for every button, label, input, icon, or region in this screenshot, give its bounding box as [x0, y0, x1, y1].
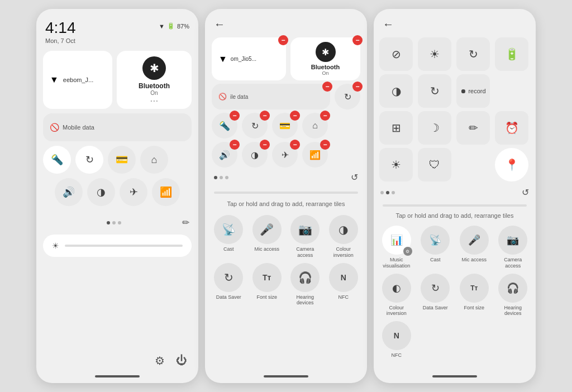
- remove-payment[interactable]: −: [290, 111, 300, 121]
- s3-clock[interactable]: ⏰: [495, 111, 528, 145]
- brightness-track[interactable]: [65, 245, 183, 247]
- screen3-history-icon[interactable]: ↺: [522, 187, 529, 198]
- edit-rotate-tile[interactable]: − ↻: [335, 84, 360, 109]
- avail-datasaver[interactable]: ↻ Data Saver: [212, 263, 246, 307]
- brightness-slider[interactable]: ☀: [43, 235, 192, 257]
- s3-do-not-disturb[interactable]: ⊘: [379, 37, 413, 71]
- s3-fontsize-icon: Tт: [470, 284, 478, 292]
- s3-avail-colour-inv[interactable]: ◐ Colour inversion: [379, 274, 414, 317]
- edit-wifi-tile[interactable]: − ▼ om_Jio5...: [212, 37, 286, 80]
- fontsize-label: Font size: [256, 294, 277, 300]
- s3-shield[interactable]: 🛡: [418, 148, 451, 181]
- edit-button[interactable]: ✏: [182, 217, 189, 228]
- s3-qr[interactable]: ⊞: [379, 111, 413, 145]
- s3-pencil2[interactable]: ✏: [456, 111, 490, 145]
- s3-sync[interactable]: ↻: [418, 74, 451, 108]
- s3-nfc-label: NFC: [392, 352, 402, 358]
- edit-bluetooth-tile[interactable]: − ✱ Bluetooth On: [290, 37, 360, 80]
- icon-row-1: 🔦 ↻ 💳 ⌂: [43, 146, 192, 174]
- edit-auto-c[interactable]: − ↻: [242, 113, 268, 138]
- s3-mic-circle: 🎤: [460, 226, 489, 255]
- wifi-tile[interactable]: ▼ eebom_J...: [43, 51, 112, 109]
- s3-colour-inv-icon: ◐: [392, 282, 401, 294]
- payment-tile[interactable]: 💳: [108, 146, 136, 174]
- edit-flashlight[interactable]: − 🔦: [212, 113, 237, 138]
- remove-home[interactable]: −: [320, 111, 330, 121]
- s3-avail-hearing[interactable]: 🎧 Hearing devices: [496, 274, 531, 317]
- airplane-tile[interactable]: ✈: [120, 178, 147, 206]
- remove-hotspot[interactable]: −: [320, 140, 330, 150]
- mic-icon: 🎤: [260, 223, 274, 236]
- s3-battery-saver[interactable]: 🔋: [495, 37, 528, 71]
- music-viz-circle: 📊 ⚙: [382, 226, 411, 255]
- screen3-back[interactable]: ←: [383, 18, 394, 31]
- avail-cast[interactable]: 📡 Cast: [212, 215, 246, 259]
- auto-rotate-tile[interactable]: ↻: [75, 146, 103, 174]
- s2-dot-3: [225, 176, 228, 179]
- screen3-dots: [380, 191, 395, 194]
- settings-icon[interactable]: ⚙: [155, 354, 165, 367]
- power-icon[interactable]: ⏻: [176, 354, 187, 367]
- remove-volume[interactable]: −: [230, 140, 240, 150]
- remove-airplane[interactable]: −: [290, 140, 300, 150]
- edit-data-tile[interactable]: − 🚫 ile data: [212, 84, 330, 109]
- datasaver-icon: ↻: [224, 271, 233, 284]
- avail-fontsize[interactable]: Tт Font size: [250, 263, 284, 307]
- s3-avail-mic[interactable]: 🎤 Mic access: [457, 226, 492, 269]
- hotspot-tile[interactable]: 📶: [152, 178, 180, 206]
- colour-inv-icon: ◑: [339, 223, 348, 236]
- music-viz-icon: 📊: [390, 234, 403, 246]
- edit-hotspot[interactable]: − 📶: [302, 142, 328, 168]
- s3-avail-fontsize[interactable]: Tт Font size: [457, 274, 492, 317]
- s3-avail-datasaver[interactable]: ↻ Data Saver: [418, 274, 453, 317]
- avail-nfc[interactable]: N NFC: [327, 263, 361, 307]
- avail-mic[interactable]: 🎤 Mic access: [250, 215, 284, 259]
- screen2-header: ←: [205, 9, 367, 35]
- avail-camera[interactable]: 📷 Camera access: [288, 215, 322, 259]
- cast-icon-circle: 📡: [214, 215, 243, 244]
- s3-avail-nfc[interactable]: N NFC: [379, 321, 414, 358]
- wifi-icon: ▼: [50, 75, 59, 85]
- edit-color[interactable]: − ◑: [242, 142, 268, 168]
- edit-payment[interactable]: − 💳: [272, 113, 298, 138]
- bluetooth-icon: ✱: [150, 61, 159, 75]
- screen-2: ← − ▼ om_Jio5... − ✱ Bluetooth On: [205, 9, 367, 383]
- s3-avail-camera[interactable]: 📷 Camera access: [496, 226, 531, 269]
- remove-data-badge[interactable]: −: [322, 82, 332, 92]
- available-tiles-grid: 📡 Cast 🎤 Mic access 📷 Camera access ◑: [205, 211, 367, 310]
- back-button[interactable]: ←: [214, 18, 225, 31]
- remove-auto-c[interactable]: −: [260, 111, 270, 121]
- remove-color[interactable]: −: [260, 140, 270, 150]
- flashlight-tile[interactable]: 🔦: [43, 146, 71, 174]
- history-icon[interactable]: ↺: [351, 172, 358, 183]
- avail-colour-inv[interactable]: ◑ Colour inversion: [327, 215, 361, 259]
- s3-low-brightness[interactable]: ☀: [379, 148, 413, 181]
- s3-hearing-label: Hearing devices: [496, 305, 531, 317]
- remove-rotate[interactable]: −: [352, 82, 363, 92]
- s3-location[interactable]: 📍: [495, 148, 528, 181]
- edit-airplane[interactable]: − ✈: [272, 142, 298, 168]
- s3-moon[interactable]: ☽: [418, 111, 451, 145]
- cast-label: Cast: [223, 246, 234, 252]
- s3-auto-rotate[interactable]: ↻: [456, 37, 490, 71]
- s3-brightness[interactable]: ☀: [418, 37, 451, 71]
- s3-avail-cast[interactable]: 📡 Cast: [418, 226, 453, 269]
- remove-bt-badge[interactable]: −: [352, 35, 363, 45]
- s3-avail-music[interactable]: 📊 ⚙ Music visualisation: [379, 226, 414, 269]
- edit-volume[interactable]: − 🔊: [212, 142, 237, 168]
- color-filter-tile[interactable]: ◑: [87, 178, 115, 206]
- edit-home[interactable]: − ⌂: [302, 113, 328, 138]
- remove-wifi-badge[interactable]: −: [278, 35, 288, 45]
- brightness-icon: ☀: [52, 241, 59, 250]
- home-control-tile[interactable]: ⌂: [140, 146, 168, 174]
- s3-colour-inv-label: Colour inversion: [379, 305, 414, 317]
- volume-tile[interactable]: 🔊: [55, 178, 83, 206]
- s3-empty-2: [456, 148, 490, 181]
- divider: [214, 192, 358, 194]
- bluetooth-tile[interactable]: ✱ Bluetooth On • • •: [117, 51, 192, 109]
- mobile-data-tile[interactable]: 🚫 Mobile data: [43, 113, 192, 141]
- s3-contrast[interactable]: ◑: [379, 74, 413, 108]
- remove-flashlight[interactable]: −: [230, 111, 240, 121]
- avail-hearing[interactable]: 🎧 Hearing devices: [288, 263, 322, 307]
- s3-record[interactable]: ⏺ record: [456, 74, 490, 108]
